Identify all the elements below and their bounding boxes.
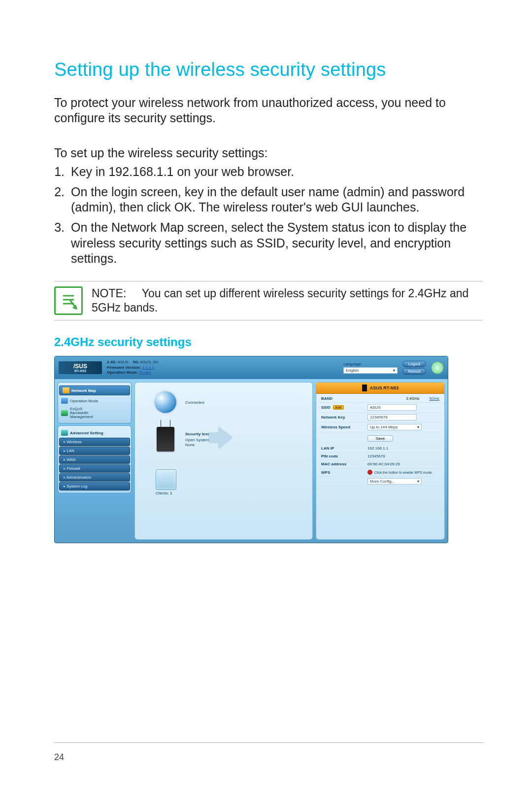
more-config-text: More Config...	[370, 479, 395, 484]
step-3: On the Network Map screen, select the Sy…	[68, 220, 483, 266]
sidebar-item-administration[interactable]: Administration	[59, 473, 130, 482]
note-block: NOTE: You can set up different wireless …	[54, 281, 483, 320]
note-label: NOTE:	[92, 287, 126, 300]
wps-label: WPS	[319, 468, 366, 477]
reboot-button[interactable]: Reboot	[402, 368, 426, 375]
sidebar-label: Management	[70, 415, 93, 419]
status-header: ASUS RT-N53	[316, 383, 444, 394]
clients-text: Clients:	[156, 491, 169, 495]
label-24g: 2.4G:	[107, 360, 117, 364]
lan-ip-label: LAN IP	[319, 445, 366, 453]
sidebar-label: Operation Mode	[70, 399, 98, 403]
more-config-select[interactable]: More Config...	[367, 478, 422, 485]
network-key-input[interactable]: 12345678	[367, 414, 417, 420]
steps-heading: To set up the wireless security settings…	[54, 146, 483, 160]
top-info: 2.4G: ASUS 5G: ASUS_5G Firmware Version:…	[107, 360, 338, 375]
advanced-icon	[61, 430, 68, 436]
sidebar-item-lan[interactable]: LAN	[59, 447, 130, 455]
mini-router-icon	[362, 384, 367, 391]
wps-text: Click the button to enable WPS mode.	[374, 471, 432, 474]
section-title: Setting up the wireless security setting…	[54, 59, 483, 80]
network-key-label: Network Key	[319, 413, 366, 422]
intro-paragraph: To protect your wireless network from un…	[54, 95, 483, 126]
ezqos-icon	[61, 410, 68, 416]
note-body: You can set up different wireless securi…	[92, 287, 468, 314]
step-2: On the login screen, key in the default …	[68, 184, 483, 215]
wireless-speed-select[interactable]: Up to 144 Mbps	[367, 424, 422, 430]
label-fw: Firmware Version:	[107, 365, 141, 370]
security-level-none: None	[185, 443, 195, 447]
pin-label: PIN code	[319, 453, 366, 460]
asus-logo: /SUS RT-N53	[59, 361, 102, 374]
label-5g: 5G:	[133, 360, 139, 364]
save-button[interactable]: Save	[367, 435, 393, 442]
steps-list: Key in 192.168.1.1 on your web browser. …	[68, 164, 483, 267]
status-connected: Connected	[185, 400, 204, 405]
opmode-link[interactable]: Router	[139, 370, 151, 375]
lan-ip-value: 192.168.1.1	[366, 445, 441, 453]
step-1: Key in 192.168.1.1 on your web browser.	[68, 164, 483, 179]
security-level-label: Security level:	[185, 432, 212, 436]
pin-value: 12345670	[366, 453, 441, 460]
clients-icon[interactable]	[156, 469, 176, 490]
sidebar-item-firewall[interactable]: Firewall	[59, 464, 130, 473]
status-title: ASUS RT-N53	[370, 385, 399, 390]
subsection-title: 2.4GHz security settings	[54, 335, 483, 349]
language-block: Language: English	[343, 362, 398, 374]
logout-button[interactable]: Logout	[402, 361, 426, 367]
mac-label: MAC address	[319, 460, 366, 468]
opmode-icon	[61, 398, 68, 404]
firmware-link[interactable]: 1.1.1.1	[142, 365, 154, 370]
mac-value: 00:90:4C:04:09:28	[366, 460, 441, 468]
wps-button[interactable]	[367, 470, 372, 475]
network-map-icon	[63, 387, 69, 393]
page-number: 24	[54, 752, 64, 763]
footer-rule	[54, 742, 483, 743]
ssid-label: SSID Add	[319, 403, 366, 413]
logo-model: RT-N53	[74, 369, 86, 373]
sidebar-item-system-log[interactable]: System Log	[59, 482, 130, 490]
arrow-icon	[219, 427, 233, 449]
sidebar-item-ezqos[interactable]: EzQoS Bandwidth Management	[59, 406, 130, 420]
ssid-add-button[interactable]: Add	[333, 405, 344, 410]
sidebar-item-wan[interactable]: WAN	[59, 455, 130, 464]
language-label: Language:	[343, 362, 398, 366]
sidebar-item-operation-mode[interactable]: Operation Mode	[59, 396, 130, 405]
language-select[interactable]: English	[343, 367, 398, 374]
sidebar-label: Advanced Setting	[70, 431, 103, 435]
system-status-panel: ASUS RT-N53 BAND 2.4GHz 5GHz	[316, 382, 445, 540]
clients-label: Clients: 1	[156, 491, 172, 495]
value-24g: ASUS	[118, 360, 129, 364]
ssid-input[interactable]: ASUS	[367, 404, 417, 411]
router-sidebar: Network Map Operation Mode EzQoS Bandwid…	[58, 382, 132, 540]
router-device-icon[interactable]	[157, 427, 174, 452]
band-tab-24[interactable]: 2.4GHz	[406, 396, 419, 401]
band-tab-5[interactable]: 5GHz	[430, 396, 439, 401]
security-level-value: Open System	[185, 438, 209, 442]
logo-text: /SUS	[73, 363, 87, 369]
wireless-speed-label: Wireless Speed	[319, 422, 366, 432]
internet-globe-icon[interactable]	[155, 391, 176, 413]
sidebar-item-wireless[interactable]: Wireless	[59, 438, 130, 446]
router-gui-screenshot: /SUS RT-N53 2.4G: ASUS 5G: ASUS_5G Firmw…	[54, 356, 448, 543]
sidebar-item-network-map[interactable]: Network Map	[59, 385, 130, 395]
label-opmode: Operation Mode:	[107, 370, 138, 375]
value-5g: ASUS_5G	[140, 360, 159, 364]
band-label: BAND	[319, 395, 366, 403]
note-text: NOTE: You can set up different wireless …	[92, 286, 483, 315]
language-value: English	[346, 368, 359, 373]
speed-value: Up to 144 Mbps	[370, 425, 398, 429]
wizard-icon[interactable]	[431, 361, 444, 374]
router-topbar: /SUS RT-N53 2.4G: ASUS 5G: ASUS_5G Firmw…	[55, 356, 448, 379]
clients-count: 1	[170, 491, 172, 495]
network-map-panel: Connected Security level: Open System No…	[134, 382, 313, 540]
sidebar-label: Network Map	[71, 388, 96, 393]
sidebar-item-advanced[interactable]: Advanced Setting	[59, 428, 130, 437]
note-icon	[54, 286, 83, 315]
